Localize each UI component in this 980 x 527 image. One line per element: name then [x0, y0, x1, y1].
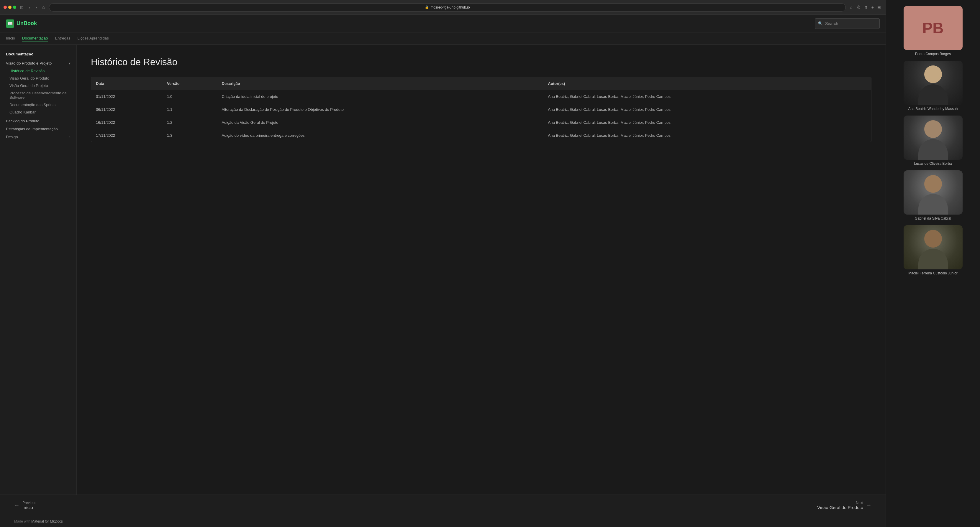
col-descricao: Descrição — [217, 77, 543, 90]
table-row: 17/11/2022 1.3 Adição do vídeo da primei… — [91, 129, 871, 142]
prev-label: Previous — [22, 501, 36, 505]
sidebar-item-estrategias[interactable]: Estratégias de Implementação — [0, 125, 76, 133]
col-autores: Autor(es) — [543, 77, 871, 90]
url-text: mdsreq-fga-unb.github.io — [430, 5, 469, 10]
participant-gabriel-name: Gabriel da Silva Cabral — [915, 216, 951, 221]
avatar-gabriel — [904, 170, 963, 214]
main-wrapper: 📖 UnBook 🔍 Search Início Documentação En… — [0, 15, 886, 527]
cell-versao-1: 1.1 — [162, 103, 217, 116]
participant-pedro-initials: PB — [922, 19, 943, 37]
star-btn[interactable]: ☆ — [848, 5, 854, 10]
cell-descricao-0: Criação da ideia inicial do projeto — [217, 90, 543, 103]
cell-autores-0: Ana Beatriz, Gabriel Cabral, Lucas Borba… — [543, 90, 871, 103]
browser-back-btn[interactable]: ‹ — [27, 5, 32, 10]
minimize-dot[interactable] — [8, 6, 11, 9]
silhouette-gabriel — [904, 170, 963, 214]
browser-home-btn[interactable]: ⌂ — [41, 4, 47, 11]
prev-nav-btn[interactable]: ← Previous Início — [14, 501, 36, 510]
sidebar-item-documentacao-sprints[interactable]: Documentação das Sprints — [0, 101, 76, 108]
sidebar-item-processo[interactable]: Processo de Desenvolvimento de Software — [0, 89, 76, 101]
browser-dots — [3, 6, 16, 9]
body-gabriel — [918, 194, 948, 214]
browser-actions: ☆ ⏱ ⬆ + ⊞ — [848, 5, 882, 10]
silhouette-maciel — [904, 225, 963, 270]
table-row: 06/11/2022 1.1 Alteração da Declaração d… — [91, 103, 871, 116]
extensions-btn[interactable]: ⊞ — [876, 5, 882, 10]
cell-autores-1: Ana Beatriz, Gabriel Cabral, Lucas Borba… — [543, 103, 871, 116]
app-title[interactable]: UnBook — [16, 20, 37, 27]
clock-btn[interactable]: ⏱ — [856, 5, 862, 10]
next-label: Next — [817, 501, 863, 505]
next-nav-btn[interactable]: Next Visão Geral do Produto → — [817, 501, 872, 510]
right-arrow-icon: → — [866, 502, 872, 508]
chevron-down-icon: ▾ — [69, 61, 70, 65]
sub-nav: Início Documentação Entregas Lições Apre… — [0, 32, 886, 45]
silhouette-ana — [904, 61, 963, 105]
maximize-dot[interactable] — [13, 6, 16, 9]
footer-nav: ← Previous Início Next Visão Geral do Pr… — [0, 495, 886, 516]
sidebar-item-visao-projeto[interactable]: Visão Geral do Projeto — [0, 82, 76, 89]
logo-area: 📖 UnBook — [6, 19, 37, 28]
sidebar-item-kanban[interactable]: Quadro Kanban — [0, 108, 76, 116]
body-maciel — [918, 249, 948, 270]
upload-btn[interactable]: ⬆ — [863, 5, 869, 10]
cell-versao-2: 1.2 — [162, 116, 217, 129]
search-icon: 🔍 — [818, 21, 823, 25]
avatar-pedro: PB — [904, 6, 963, 50]
prev-nav-info: Previous Início — [22, 501, 36, 510]
browser-chrome: ⊡ ‹ › ⌂ 🔒 mdsreq-fga-unb.github.io ☆ ⏱ ⬆… — [0, 0, 886, 15]
main-content: Histórico de Revisão Data Versão Descriç… — [77, 45, 886, 495]
cell-data-0: 01/11/2022 — [91, 90, 162, 103]
sidebar-section-title: Documentação — [0, 52, 76, 59]
footer-made: Made with Material for MkDocs — [0, 516, 886, 527]
right-panel: PB Pedro Campos Borges Ana Beatriz Wande… — [886, 0, 980, 527]
nav-item-documentacao[interactable]: Documentação — [22, 35, 48, 42]
table-row: 16/11/2022 1.2 Adição da Visão Geral do … — [91, 116, 871, 129]
cell-autores-3: Ana Beatriz, Gabriel Cabral, Lucas Borba… — [543, 129, 871, 142]
body-lucas — [918, 139, 948, 160]
search-bar[interactable]: 🔍 Search — [815, 18, 880, 29]
participant-lucas: Lucas de Oliveira Borba — [892, 116, 974, 166]
revision-table: Data Versão Descrição Autor(es) 01/11/20… — [91, 77, 872, 142]
avatar-maciel — [904, 225, 963, 270]
sidebar-item-visao-produto[interactable]: Visão Geral do Produto — [0, 75, 76, 82]
content-area: Documentação Visão do Produto e Projeto … — [0, 45, 886, 495]
left-arrow-icon: ← — [14, 502, 19, 508]
sidebar-group-visao-label: Visão do Produto e Projeto — [6, 61, 52, 65]
sidebar-item-backlog[interactable]: Backlog do Produto — [0, 117, 76, 125]
sidebar-item-historico[interactable]: Histórico de Revisão — [0, 67, 76, 75]
chevron-right-icon: › — [69, 135, 70, 139]
nav-item-inicio[interactable]: Início — [6, 35, 15, 42]
sidebar-item-design-label: Design — [6, 135, 18, 139]
sidebar-item-design[interactable]: Design › — [0, 133, 76, 141]
table-header-row: Data Versão Descrição Autor(es) — [91, 77, 871, 90]
col-data: Data — [91, 77, 162, 90]
nav-item-licoes[interactable]: Lições Aprendidas — [78, 35, 109, 42]
body-ana — [918, 84, 948, 105]
participant-maciel: Maciel Ferreira Custodio Junior — [892, 225, 974, 275]
head-gabriel — [924, 175, 942, 193]
sidebar-group-visao-header[interactable]: Visão do Produto e Projeto ▾ — [0, 59, 76, 67]
new-tab-btn[interactable]: + — [870, 5, 875, 10]
address-bar[interactable]: 🔒 mdsreq-fga-unb.github.io — [49, 3, 846, 11]
next-page-name: Visão Geral do Produto — [817, 505, 863, 510]
participant-ana: Ana Beatriz Wanderley Massuh — [892, 61, 974, 111]
participant-gabriel: Gabriel da Silva Cabral — [892, 170, 974, 221]
footer-made-link[interactable]: Material for MkDocs — [31, 519, 63, 524]
cell-versao-3: 1.3 — [162, 129, 217, 142]
nav-item-entregas[interactable]: Entregas — [55, 35, 70, 42]
footer-made-text: Made with — [14, 519, 30, 524]
avatar-lucas — [904, 116, 963, 160]
next-nav-info: Next Visão Geral do Produto — [817, 501, 863, 510]
cell-data-2: 16/11/2022 — [91, 116, 162, 129]
participant-pedro: PB Pedro Campos Borges — [892, 6, 974, 56]
logo-emoji: 📖 — [8, 21, 13, 26]
participant-lucas-name: Lucas de Oliveira Borba — [914, 162, 952, 166]
browser-forward-btn[interactable]: › — [34, 5, 39, 10]
close-dot[interactable] — [3, 6, 7, 9]
head-lucas — [924, 120, 942, 138]
browser-sidebar-btn[interactable]: ⊡ — [19, 5, 25, 10]
participant-ana-name: Ana Beatriz Wanderley Massuh — [908, 107, 958, 111]
cell-versao-0: 1.0 — [162, 90, 217, 103]
participant-pedro-name: Pedro Campos Borges — [915, 52, 951, 56]
